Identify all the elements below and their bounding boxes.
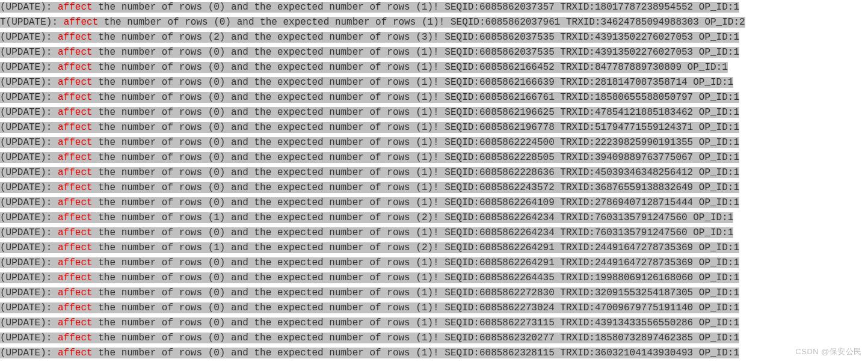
log-line: (UPDATE): affect the number of rows (0) … bbox=[0, 150, 868, 165]
log-line: (UPDATE): affect the number of rows (0) … bbox=[0, 0, 868, 15]
log-keyword: affect bbox=[58, 62, 93, 73]
log-line: (UPDATE): affect the number of rows (0) … bbox=[0, 346, 868, 361]
log-keyword: affect bbox=[64, 17, 99, 28]
log-line: (UPDATE): affect the number of rows (0) … bbox=[0, 331, 868, 346]
log-line: (UPDATE): affect the number of rows (0) … bbox=[0, 180, 868, 195]
log-prefix: (UPDATE): bbox=[0, 287, 58, 298]
log-prefix: (UPDATE): bbox=[0, 348, 58, 358]
log-prefix: (UPDATE): bbox=[0, 92, 58, 103]
log-prefix: (UPDATE): bbox=[0, 2, 58, 13]
log-prefix: (UPDATE): bbox=[0, 122, 58, 133]
log-prefix: (UPDATE): bbox=[0, 167, 58, 178]
log-prefix: (UPDATE): bbox=[0, 318, 58, 328]
log-keyword: affect bbox=[58, 348, 93, 358]
log-line: (UPDATE): affect the number of rows (0) … bbox=[0, 225, 868, 241]
log-keyword: affect bbox=[58, 333, 93, 343]
log-line: (UPDATE): affect the number of rows (0) … bbox=[0, 135, 868, 150]
log-line: (UPDATE): affect the number of rows (1) … bbox=[0, 210, 868, 225]
log-keyword: affect bbox=[58, 212, 93, 223]
log-prefix: (UPDATE): bbox=[0, 62, 58, 73]
log-prefix: (UPDATE): bbox=[0, 137, 58, 148]
log-message: the number of rows (0) and the expected … bbox=[93, 348, 739, 358]
log-keyword: affect bbox=[58, 32, 93, 43]
log-message: the number of rows (0) and the expected … bbox=[93, 107, 739, 118]
log-line-content: (UPDATE): affect the number of rows (0) … bbox=[0, 152, 739, 163]
log-message: the number of rows (0) and the expected … bbox=[93, 287, 739, 298]
log-message: the number of rows (1) and the expected … bbox=[93, 212, 734, 223]
log-message: the number of rows (0) and the expected … bbox=[93, 302, 739, 313]
log-message: the number of rows (0) and the expected … bbox=[93, 137, 739, 148]
log-prefix: (UPDATE): bbox=[0, 107, 58, 118]
log-message: the number of rows (0) and the expected … bbox=[93, 227, 734, 238]
log-line-content: (UPDATE): affect the number of rows (0) … bbox=[0, 167, 739, 178]
log-message: the number of rows (0) and the expected … bbox=[93, 333, 739, 343]
log-line: (UPDATE): affect the number of rows (0) … bbox=[0, 286, 868, 301]
log-prefix: (UPDATE): bbox=[0, 302, 58, 313]
log-message: the number of rows (0) and the expected … bbox=[93, 318, 739, 328]
log-keyword: affect bbox=[58, 302, 93, 313]
log-line: (UPDATE): affect the number of rows (0) … bbox=[0, 195, 868, 210]
log-prefix: (UPDATE): bbox=[0, 257, 58, 268]
log-keyword: affect bbox=[58, 2, 93, 13]
log-line-content: (UPDATE): affect the number of rows (0) … bbox=[0, 92, 739, 103]
log-message: the number of rows (0) and the expected … bbox=[93, 2, 739, 13]
log-keyword: affect bbox=[58, 242, 93, 253]
log-line: (UPDATE): affect the number of rows (0) … bbox=[0, 105, 868, 120]
log-line-content: (UPDATE): affect the number of rows (0) … bbox=[0, 122, 739, 133]
log-line: (UPDATE): affect the number of rows (0) … bbox=[0, 75, 868, 90]
log-keyword: affect bbox=[58, 167, 93, 178]
log-keyword: affect bbox=[58, 197, 93, 208]
log-prefix: (UPDATE): bbox=[0, 242, 58, 253]
log-keyword: affect bbox=[58, 182, 93, 193]
log-keyword: affect bbox=[58, 107, 93, 118]
log-keyword: affect bbox=[58, 137, 93, 148]
log-prefix: (UPDATE): bbox=[0, 333, 58, 343]
log-line-content: (UPDATE): affect the number of rows (0) … bbox=[0, 348, 739, 358]
log-line-content: (UPDATE): affect the number of rows (1) … bbox=[0, 212, 733, 223]
log-line: (UPDATE): affect the number of rows (0) … bbox=[0, 301, 868, 316]
log-keyword: affect bbox=[58, 318, 93, 328]
log-line-content: (UPDATE): affect the number of rows (0) … bbox=[0, 2, 739, 13]
log-line-content: (UPDATE): affect the number of rows (0) … bbox=[0, 77, 733, 88]
log-line-content: (UPDATE): affect the number of rows (0) … bbox=[0, 137, 739, 148]
log-line: T(UPDATE): affect the number of rows (0)… bbox=[0, 15, 868, 30]
log-line: (UPDATE): affect the number of rows (0) … bbox=[0, 316, 868, 331]
log-line: (UPDATE): affect the number of rows (0) … bbox=[0, 256, 868, 271]
log-line: (UPDATE): affect the number of rows (2) … bbox=[0, 30, 868, 45]
log-line: (UPDATE): affect the number of rows (0) … bbox=[0, 120, 868, 135]
log-keyword: affect bbox=[58, 257, 93, 268]
log-line: (UPDATE): affect the number of rows (1) … bbox=[0, 241, 868, 256]
log-line-content: T(UPDATE): affect the number of rows (0)… bbox=[0, 17, 745, 28]
log-line-content: (UPDATE): affect the number of rows (0) … bbox=[0, 302, 739, 313]
log-keyword: affect bbox=[58, 152, 93, 163]
log-line-content: (UPDATE): affect the number of rows (0) … bbox=[0, 107, 739, 118]
log-prefix: (UPDATE): bbox=[0, 77, 58, 88]
log-message: the number of rows (2) and the expected … bbox=[93, 32, 739, 43]
log-line: (UPDATE): affect the number of rows (0) … bbox=[0, 165, 868, 180]
log-prefix: (UPDATE): bbox=[0, 47, 58, 58]
log-message: the number of rows (0) and the expected … bbox=[93, 167, 739, 178]
watermark-text: CSDN @保安公民 bbox=[795, 346, 862, 357]
log-viewer[interactable]: (UPDATE): affect the number of rows (0) … bbox=[0, 0, 868, 361]
log-line: (UPDATE): affect the number of rows (0) … bbox=[0, 60, 868, 75]
log-keyword: affect bbox=[58, 287, 93, 298]
log-line: (UPDATE): affect the number of rows (0) … bbox=[0, 90, 868, 105]
log-line: (UPDATE): affect the number of rows (0) … bbox=[0, 45, 868, 60]
log-line: (UPDATE): affect the number of rows (0) … bbox=[0, 271, 868, 286]
log-line-content: (UPDATE): affect the number of rows (2) … bbox=[0, 32, 739, 43]
log-keyword: affect bbox=[58, 77, 93, 88]
log-message: the number of rows (0) and the expected … bbox=[93, 77, 734, 88]
log-message: the number of rows (0) and the expected … bbox=[93, 122, 739, 133]
log-message: the number of rows (0) and the expected … bbox=[93, 152, 739, 163]
log-keyword: affect bbox=[58, 272, 93, 283]
log-message: the number of rows (0) and the expected … bbox=[93, 197, 739, 208]
log-line-content: (UPDATE): affect the number of rows (1) … bbox=[0, 242, 739, 253]
log-prefix: (UPDATE): bbox=[0, 227, 58, 238]
log-prefix: (UPDATE): bbox=[0, 152, 58, 163]
log-keyword: affect bbox=[58, 227, 93, 238]
log-prefix: (UPDATE): bbox=[0, 182, 58, 193]
log-prefix: (UPDATE): bbox=[0, 197, 58, 208]
log-line-content: (UPDATE): affect the number of rows (0) … bbox=[0, 333, 739, 343]
log-message: the number of rows (1) and the expected … bbox=[93, 242, 739, 253]
log-line-content: (UPDATE): affect the number of rows (0) … bbox=[0, 287, 739, 298]
